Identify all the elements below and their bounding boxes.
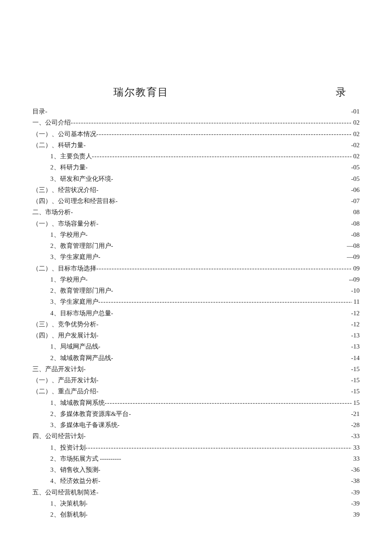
toc-label: 1、决策机制- (50, 498, 88, 509)
toc-label: 3、销售收入预测- (50, 464, 101, 475)
toc-label: （一）、市场容量分析- (32, 218, 98, 229)
toc-entry: （四）、用户发展计划--13 (32, 330, 360, 341)
toc-entry: 1、投资计划33 (32, 442, 360, 453)
toc-page: -12 (349, 319, 360, 330)
toc-entry: 1、主要负责人02 (32, 151, 360, 162)
toc-entry: 3、研发和产业化环境--05 (32, 173, 360, 184)
toc-page: -05 (349, 173, 360, 184)
toc-entry: 3、学生家庭用户-—09 (32, 251, 360, 262)
toc-page: -38 (349, 475, 360, 486)
toc-entry: （四）、公司理念和经营目标--07 (32, 195, 360, 206)
toc-label: 1、学校用户- (50, 274, 88, 285)
toc-label: （四）、用户发展计划- (32, 330, 98, 341)
toc-page: 15 (352, 397, 360, 408)
toc-label: 3、多媒体电子备课系统- (50, 419, 120, 430)
toc-page: -06 (349, 184, 360, 195)
toc-label: 3、学生家庭用户 (50, 296, 98, 307)
toc-leader (71, 117, 352, 128)
toc-entry: （二）、重点产品介绍--15 (32, 386, 360, 397)
toc-entry: 四、公司经营计划--33 (32, 430, 360, 442)
toc-label: 3、学生家庭用户- (50, 251, 101, 262)
toc-entry: 1、城域教育网系统15 (32, 397, 360, 408)
toc-label: 2、市场拓展方式 ---------- (50, 453, 121, 464)
toc-label: 目录- (32, 106, 47, 117)
toc-entry: 4、经济效益分析--38 (32, 475, 360, 486)
toc-page: -12 (349, 308, 360, 319)
toc-page: 11 (352, 296, 360, 307)
toc-entry: 4、目标市场用户总量--12 (32, 308, 360, 319)
toc-label: （二）、目标市场选择 (32, 263, 96, 274)
toc-page: -05 (349, 162, 360, 173)
toc-entry: （一）、市场容量分析--08 (32, 218, 360, 229)
toc-label: 1、投资计划 (50, 442, 86, 453)
toc-page: -14 (349, 352, 360, 363)
toc-entry: 目录--01 (32, 106, 360, 117)
toc-entry: 2、创新机制-39 (32, 509, 360, 520)
toc-label: （三）、竞争优势分析- (32, 319, 98, 330)
toc-page: -13 (349, 330, 360, 341)
title-left: 瑞尔教育目 (113, 85, 169, 99)
toc-label: 一、公司介绍 (32, 117, 71, 128)
toc-label: 1、主要负责人 (50, 151, 92, 162)
toc-page: 02 (352, 117, 360, 128)
toc-label: 三、产品开发计划- (32, 363, 86, 375)
toc-entry: 1、学校用户---09 (32, 274, 360, 285)
toc-page: 02 (352, 151, 360, 162)
toc-label: 1、城域教育网系统 (50, 397, 105, 408)
toc-page: —09 (345, 251, 360, 262)
toc-leader (92, 151, 352, 162)
table-of-contents: 目录--01一、公司介绍02（一）、公司基本情况02（二）、科研力量--021、… (32, 106, 360, 520)
toc-entry: 3、学生家庭用户11 (32, 296, 360, 307)
toc-page: -10 (349, 285, 360, 296)
toc-entry: 3、销售收入预测--36 (32, 464, 360, 475)
toc-page: -15 (349, 363, 360, 375)
toc-label: 二、市场分析- (32, 206, 73, 218)
toc-page: -08 (349, 218, 360, 229)
toc-entry: （三）、经营状况介绍--06 (32, 184, 360, 195)
toc-entry: 1、决策机制--39 (32, 498, 360, 509)
toc-page: 08 (352, 206, 360, 218)
toc-entry: （一）、公司基本情况02 (32, 128, 360, 139)
toc-label: （一）、公司基本情况 (32, 128, 96, 139)
toc-label: （三）、经营状况介绍- (32, 184, 98, 195)
toc-entry: 1、局域网产品线--13 (32, 341, 360, 352)
toc-page: 39 (352, 509, 360, 520)
toc-page: -33 (349, 430, 360, 442)
toc-label: 四、公司经营计划- (32, 430, 86, 442)
toc-entry: 二、市场分析-08 (32, 206, 360, 218)
toc-label: 2、多媒体教育资源库&平台- (50, 408, 131, 419)
toc-page: --09 (347, 274, 360, 285)
toc-page: -08 (349, 229, 360, 240)
toc-leader (86, 442, 352, 453)
toc-page: —08 (345, 240, 360, 251)
toc-entry: 一、公司介绍02 (32, 117, 360, 128)
toc-page: -15 (349, 386, 360, 397)
toc-page: -02 (349, 139, 360, 151)
toc-page: -07 (349, 195, 360, 206)
toc-label: （二）、重点产品介绍- (32, 386, 98, 397)
title-right: 录 (336, 85, 347, 99)
toc-label: 2、创新机制- (50, 509, 88, 520)
toc-label: 五、公司经营机制简述- (32, 487, 98, 498)
toc-label: 4、经济效益分析- (50, 475, 101, 486)
toc-leader (96, 128, 352, 139)
toc-label: （一）、产品开发计划- (32, 375, 98, 386)
toc-page: 02 (352, 128, 360, 139)
toc-page: -39 (349, 487, 360, 498)
toc-page: -01 (349, 106, 360, 117)
toc-page: -36 (349, 464, 360, 475)
toc-entry: 1、学校用户--08 (32, 229, 360, 240)
toc-page: -28 (349, 419, 360, 430)
toc-entry: 2、教育管理部门用户--10 (32, 285, 360, 296)
toc-entry: 三、产品开发计划--15 (32, 363, 360, 375)
toc-entry: （二）、目标市场选择09 (32, 263, 360, 274)
toc-label: （二）、科研力量- (32, 139, 86, 151)
toc-entry: 五、公司经营机制简述--39 (32, 487, 360, 498)
toc-page: -21 (349, 408, 360, 419)
document-title: 瑞尔教育目 录 (32, 85, 360, 99)
toc-label: 1、学校用户- (50, 229, 88, 240)
toc-leader (105, 397, 352, 408)
toc-entry: 2、多媒体教育资源库&平台--21 (32, 408, 360, 419)
toc-label: 2、教育管理部门用户- (50, 240, 113, 251)
toc-label: 2、城域教育网产品线- (50, 352, 113, 363)
